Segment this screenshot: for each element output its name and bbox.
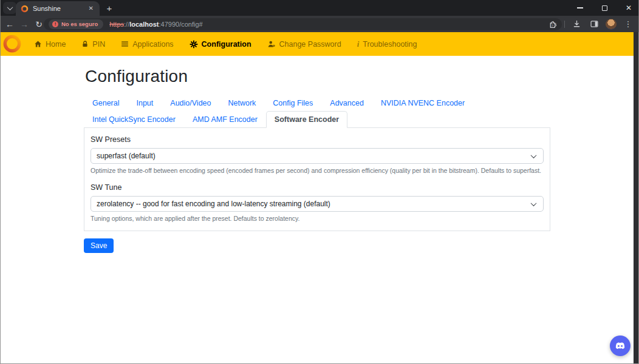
- not-secure-icon: !: [52, 21, 58, 27]
- discord-icon: [614, 340, 626, 352]
- config-tabs: General Input Audio/Video Network Config…: [84, 95, 550, 128]
- sw-tune-help-text: Tuning options, which are applied after …: [91, 215, 544, 222]
- tab-nvidia-nvenc-encoder[interactable]: NVIDIA NVENC Encoder: [372, 95, 473, 112]
- chevron-down-icon: [531, 200, 537, 206]
- tab-advanced[interactable]: Advanced: [321, 95, 372, 112]
- sw-tune-select[interactable]: zerolatency -- good for fast encoding an…: [91, 196, 544, 212]
- browser-window: Sunshine ✕ + ✕ ← → ↻ ! No es seguro http…: [0, 0, 639, 364]
- software-encoder-panel: SW Presets superfast (default) Optimize …: [84, 128, 550, 231]
- page-scrollbar[interactable]: [634, 32, 638, 363]
- toolbar-divider: [564, 21, 565, 28]
- sw-presets-select[interactable]: superfast (default): [91, 148, 544, 164]
- new-tab-button[interactable]: +: [103, 2, 115, 14]
- tab-intel-quicksync-encoder[interactable]: Intel QuickSync Encoder: [84, 111, 184, 128]
- lock-icon: [81, 40, 89, 48]
- nav-item-configuration[interactable]: Configuration: [190, 40, 251, 49]
- gear-icon: [190, 40, 198, 49]
- home-icon: [34, 40, 42, 48]
- side-panel-icon[interactable]: [588, 18, 600, 30]
- sw-tune-field: SW Tune zerolatency -- good for fast enc…: [91, 183, 544, 222]
- chevron-down-icon: [7, 4, 13, 10]
- tab-close-icon[interactable]: ✕: [87, 4, 95, 13]
- url-host: localhost: [129, 21, 159, 28]
- nav-item-label: Change Password: [279, 40, 341, 49]
- minimize-icon: [577, 7, 583, 8]
- nav-item-pin[interactable]: PIN: [81, 40, 105, 49]
- sw-presets-field: SW Presets superfast (default) Optimize …: [91, 135, 544, 174]
- extensions-icon[interactable]: [547, 18, 559, 30]
- url-scheme: https: [109, 21, 124, 28]
- sw-tune-label: SW Tune: [91, 183, 544, 192]
- tab-search-button[interactable]: [3, 2, 16, 14]
- info-icon: i: [357, 39, 360, 49]
- nav-item-label: Home: [46, 40, 66, 49]
- nav-item-label: Configuration: [202, 40, 251, 49]
- sw-presets-label: SW Presets: [91, 135, 544, 144]
- sw-tune-selected-value: zerolatency -- good for fast encoding an…: [97, 200, 330, 208]
- nav-item-label: Troubleshooting: [363, 40, 417, 49]
- sunshine-favicon-icon: [21, 5, 29, 13]
- page-title: Configuration: [85, 67, 550, 86]
- nav-item-home[interactable]: Home: [34, 40, 66, 49]
- tab-title: Sunshine: [33, 5, 83, 12]
- tab-network[interactable]: Network: [219, 95, 264, 112]
- chevron-down-icon: [531, 152, 537, 158]
- window-close-button[interactable]: ✕: [622, 2, 635, 14]
- tab-input[interactable]: Input: [128, 95, 162, 112]
- tab-general[interactable]: General: [84, 95, 128, 112]
- nav-item-label: Applications: [132, 40, 173, 49]
- menu-kebab-icon[interactable]: ⋮: [622, 18, 634, 30]
- tab-software-encoder[interactable]: Software Encoder: [266, 111, 347, 128]
- url-path: :47990/config#: [159, 21, 203, 28]
- profile-avatar[interactable]: [606, 19, 617, 30]
- page-content: Configuration General Input Audio/Video …: [0, 56, 634, 364]
- tab-amd-amf-encoder[interactable]: AMD AMF Encoder: [184, 111, 266, 128]
- browser-toolbar: ← → ↻ ! No es seguro https://localhost:4…: [0, 16, 639, 32]
- security-chip-label: No es seguro: [61, 21, 98, 27]
- forward-button[interactable]: →: [17, 17, 32, 32]
- discord-button[interactable]: [610, 335, 630, 356]
- downloads-icon[interactable]: [570, 18, 583, 30]
- toolbar-right: ⋮: [547, 16, 634, 32]
- security-chip[interactable]: ! No es seguro: [49, 19, 103, 29]
- person-gear-icon: [267, 40, 276, 48]
- nav-item-label: PIN: [92, 40, 105, 49]
- back-button[interactable]: ←: [2, 17, 17, 32]
- sunshine-logo-icon: [1, 33, 23, 55]
- window-controls: ✕: [573, 0, 635, 16]
- window-minimize-button[interactable]: [573, 2, 587, 14]
- sunshine-navbar: Home PIN Applications Configuration Chan…: [0, 32, 634, 56]
- nav-item-applications[interactable]: Applications: [121, 40, 173, 49]
- window-maximize-button[interactable]: [598, 2, 611, 14]
- tab-audio-video[interactable]: Audio/Video: [162, 95, 219, 112]
- sw-presets-selected-value: superfast (default): [97, 152, 155, 160]
- browser-tab-sunshine[interactable]: Sunshine ✕: [16, 1, 100, 16]
- url-text: https://localhost:47990/config#: [109, 21, 550, 28]
- sunshine-nav-items: Home PIN Applications Configuration Chan…: [34, 39, 417, 49]
- sw-presets-help-text: Optimize the trade-off between encoding …: [91, 167, 544, 174]
- nav-item-change-password[interactable]: Change Password: [267, 40, 341, 49]
- maximize-icon: [602, 5, 607, 11]
- browser-tabstrip: Sunshine ✕ + ✕: [0, 0, 639, 16]
- list-icon: [121, 40, 129, 48]
- tab-config-files[interactable]: Config Files: [264, 95, 321, 112]
- address-bar[interactable]: ! No es seguro https://localhost:47990/c…: [44, 18, 562, 30]
- save-button[interactable]: Save: [84, 238, 114, 253]
- url-separator: ://: [124, 21, 129, 28]
- nav-item-troubleshooting[interactable]: i Troubleshooting: [357, 39, 417, 49]
